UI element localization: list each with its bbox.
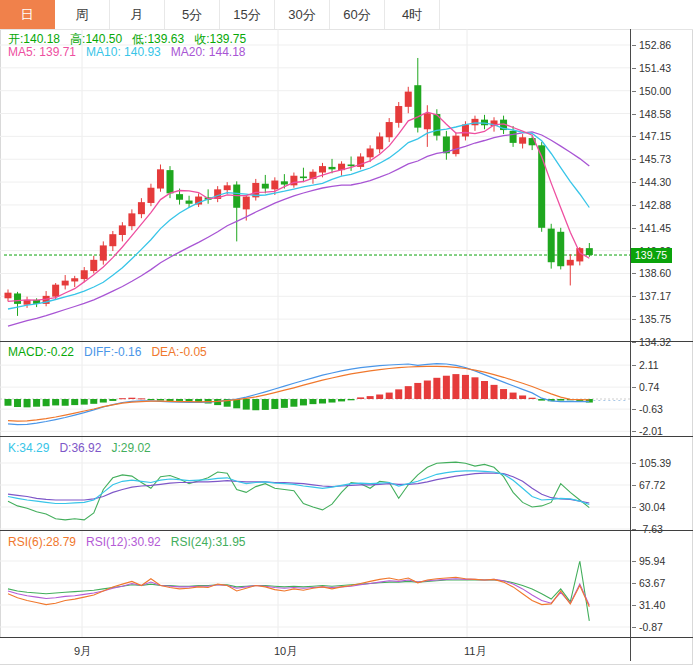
axis-tick: 145.73 [631, 153, 671, 165]
axis-tick: -0.87 [631, 621, 663, 633]
j-value: J:29.02 [111, 441, 150, 455]
axis-tick: 147.15 [631, 130, 671, 142]
axis-tick: 30.04 [631, 501, 665, 513]
axis-tick: 2.11 [631, 359, 659, 371]
timeframe-tabbar: 日 周 月 5分 15分 30分 60分 4时 [0, 0, 693, 30]
high-value: 高:140.50 [70, 32, 122, 46]
axis-tick: 0.74 [631, 381, 659, 393]
axis-tick: 63.67 [631, 577, 665, 589]
axis-tick: 138.60 [631, 267, 671, 279]
axis-tick: 144.30 [631, 176, 671, 188]
axis-tick: -7.63 [631, 523, 663, 535]
axis-tick: 135.75 [631, 313, 671, 325]
axis-tick: 105.39 [631, 457, 671, 469]
ma5-value: MA5: 139.71 [8, 45, 76, 59]
tab-60min[interactable]: 60分 [330, 0, 385, 29]
chart-app: 日 周 月 5分 15分 30分 60分 4时 开:140.18高:140.50… [0, 0, 693, 665]
tab-day[interactable]: 日 [0, 0, 55, 29]
tab-5min[interactable]: 5分 [165, 0, 220, 29]
axis-tick: 95.94 [631, 555, 665, 567]
axis-tick: 148.58 [631, 108, 671, 120]
rsi6-value: RSI(6):28.79 [8, 535, 76, 549]
axis-tick: 31.40 [631, 599, 665, 611]
close-value: 收:139.75 [194, 32, 246, 46]
tab-30min[interactable]: 30分 [275, 0, 330, 29]
low-value: 低:139.63 [132, 32, 184, 46]
axis-tick: 137.17 [631, 290, 671, 302]
macd-info-row: MACD:-0.22DIFF:-0.16DEA:-0.05 [8, 345, 217, 359]
time-axis: 9月 10月 11月 [0, 638, 630, 664]
dea-value: DEA:-0.05 [151, 345, 206, 359]
tab-4hour[interactable]: 4时 [385, 0, 440, 29]
price-axis: 152.86151.43150.00148.58147.15145.73144.… [630, 29, 693, 661]
rsi24-value: RSI(24):31.95 [171, 535, 246, 549]
ma-info-row: MA5: 139.71MA10: 140.93MA20: 144.18 [8, 45, 255, 59]
tab-month[interactable]: 月 [110, 0, 165, 29]
diff-value: DIFF:-0.16 [84, 345, 141, 359]
open-value: 开:140.18 [8, 32, 60, 46]
axis-tick: 150.00 [631, 85, 671, 97]
kdj-info-row: K:34.29D:36.92J:29.02 [8, 441, 161, 455]
tab-week[interactable]: 周 [55, 0, 110, 29]
tab-15min[interactable]: 15分 [220, 0, 275, 29]
rsi12-value: RSI(12):30.92 [86, 535, 161, 549]
rsi-info-row: RSI(6):28.79RSI(12):30.92RSI(24):31.95 [8, 535, 255, 549]
panel-divider [0, 637, 693, 638]
macd-value: MACD:-0.22 [8, 345, 74, 359]
macd-histogram [5, 374, 593, 410]
candles [5, 58, 593, 316]
panel-divider [0, 436, 693, 437]
ma20-value: MA20: 144.18 [171, 45, 246, 59]
axis-tick: 67.72 [631, 479, 665, 491]
panel-divider [0, 341, 693, 342]
month-label-oct: 10月 [274, 644, 297, 659]
axis-tick: 151.43 [631, 62, 671, 74]
axis-tick: 142.88 [631, 199, 671, 211]
candlestick-chart [0, 29, 630, 342]
axis-tick: -0.63 [631, 403, 663, 415]
ma10-value: MA10: 140.93 [86, 45, 161, 59]
current-price-badge: 139.75 [631, 248, 672, 263]
month-label-sep: 9月 [74, 644, 91, 659]
axis-tick: 152.86 [631, 39, 671, 51]
panel-divider [0, 530, 693, 531]
axis-tick: 141.45 [631, 222, 671, 234]
k-value: K:34.29 [8, 441, 49, 455]
d-value: D:36.92 [59, 441, 101, 455]
month-label-nov: 11月 [464, 644, 486, 659]
